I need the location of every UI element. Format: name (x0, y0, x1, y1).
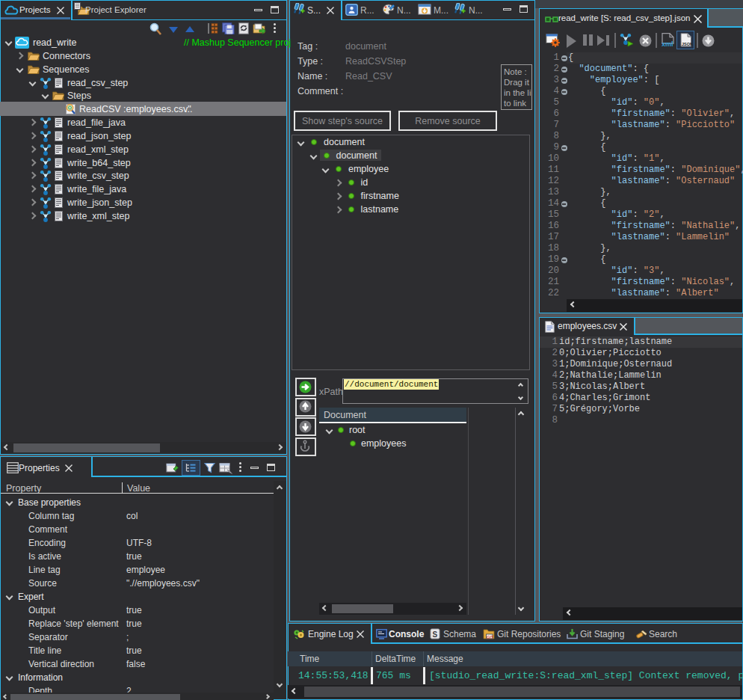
svg-text:GIT: GIT (487, 635, 494, 639)
svg-text:JSON: JSON (682, 42, 692, 46)
svg-text:xml: xml (662, 40, 673, 47)
svg-text:S: S (432, 630, 437, 639)
